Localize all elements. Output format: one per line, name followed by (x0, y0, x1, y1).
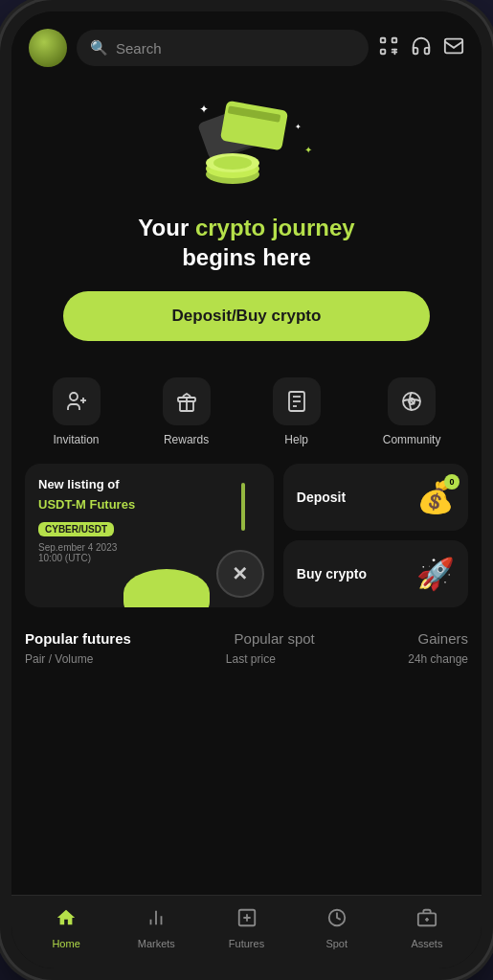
rewards-icon (163, 377, 211, 425)
bottom-nav: Home Markets (11, 895, 482, 969)
svg-rect-1 (392, 37, 397, 42)
listing-subtitle: USDT-M Futures (38, 497, 260, 512)
svg-text:✦: ✦ (295, 123, 302, 131)
hero-title: Your crypto journeybegins here (138, 213, 354, 272)
cards-right: Deposit 💰 0 Buy crypto 🚀 (283, 464, 468, 607)
avatar[interactable] (29, 29, 67, 67)
svg-text:✦: ✦ (199, 103, 209, 116)
tab-popular-futures[interactable]: Popular futures (25, 630, 131, 647)
action-invitation[interactable]: Invitation (53, 377, 101, 446)
buy-crypto-icon: 🚀 (416, 556, 455, 592)
hero-image: ✦ ✦ ✦ (170, 86, 324, 201)
rewards-label: Rewards (164, 433, 209, 446)
subheader-price: Last price (226, 652, 276, 666)
futures-icon (236, 907, 258, 934)
nav-spot-label: Spot (325, 938, 347, 949)
community-label: Community (383, 433, 441, 446)
help-label: Help (284, 433, 308, 446)
nav-markets[interactable]: Markets (111, 907, 201, 949)
deposit-label: Deposit (297, 490, 346, 505)
headphone-icon[interactable] (411, 35, 432, 61)
subheader-pair: Pair / Volume (25, 652, 93, 666)
search-placeholder: Search (116, 40, 162, 57)
nav-markets-label: Markets (138, 938, 175, 949)
quick-actions: Invitation Rewards Help (11, 360, 482, 464)
phone-frame: 🔍 Search (0, 0, 493, 980)
top-icons (378, 35, 464, 61)
home-icon (56, 907, 77, 934)
action-rewards[interactable]: Rewards (163, 377, 211, 446)
nav-futures[interactable]: Futures (201, 907, 291, 949)
content-spacer (11, 675, 482, 895)
cta-button[interactable]: Deposit/Buy crypto (63, 291, 430, 341)
scan-icon[interactable] (378, 35, 399, 61)
community-icon (388, 377, 436, 425)
listing-card[interactable]: New listing of USDT-M Futures CYBER/USDT… (25, 464, 274, 607)
svg-text:✦: ✦ (304, 145, 312, 155)
hero-highlight: crypto journey (195, 215, 355, 240)
svg-rect-6 (445, 38, 462, 53)
listing-title: New listing of (38, 477, 260, 491)
deposit-card[interactable]: Deposit 💰 0 (283, 464, 468, 531)
mail-icon[interactable] (443, 35, 464, 61)
subheader-change: 24h change (408, 652, 468, 666)
nav-futures-label: Futures (229, 938, 264, 949)
nav-assets[interactable]: Assets (382, 907, 472, 949)
tab-gainers[interactable]: Gainers (417, 630, 468, 647)
nav-assets-label: Assets (411, 938, 442, 949)
assets-icon (416, 907, 437, 934)
deposit-icon-wrapper: 💰 0 (416, 479, 455, 515)
svg-point-14 (213, 156, 252, 170)
invitation-icon (53, 377, 101, 425)
action-help[interactable]: Help (273, 377, 321, 446)
action-community[interactable]: Community (383, 377, 441, 446)
deposit-badge: 0 (444, 474, 459, 490)
cards-section: New listing of USDT-M Futures CYBER/USDT… (11, 464, 482, 607)
buy-crypto-card[interactable]: Buy crypto 🚀 (283, 540, 468, 607)
tables-subheader: Pair / Volume Last price 24h change (11, 652, 482, 675)
nav-home-label: Home (52, 938, 79, 949)
markets-icon (146, 907, 167, 934)
phone-screen: 🔍 Search (11, 11, 482, 969)
nav-home[interactable]: Home (21, 907, 111, 949)
spot-icon (326, 907, 347, 934)
search-icon: 🔍 (90, 39, 108, 57)
svg-point-18 (70, 393, 78, 400)
buy-crypto-label: Buy crypto (297, 566, 367, 581)
svg-rect-0 (381, 37, 386, 42)
nav-spot[interactable]: Spot (292, 907, 382, 949)
tables-header: Popular futures Popular spot Gainers (11, 621, 482, 652)
listing-badge: CYBER/USDT (38, 522, 114, 536)
top-bar: 🔍 Search (11, 11, 482, 77)
tab-popular-spot[interactable]: Popular spot (235, 630, 315, 647)
hero-section: ✦ ✦ ✦ Your crypto journeybegins here Dep… (11, 77, 482, 360)
help-icon (273, 377, 321, 425)
invitation-label: Invitation (54, 433, 100, 446)
svg-rect-2 (381, 49, 386, 54)
search-bar[interactable]: 🔍 Search (77, 30, 369, 66)
